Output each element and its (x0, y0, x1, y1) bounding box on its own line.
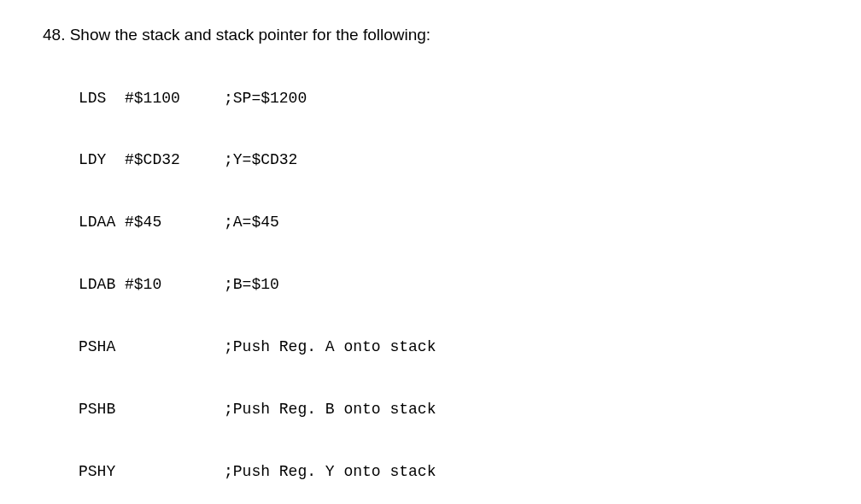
code-line: PSHB ;Push Reg. B onto stack (79, 399, 818, 419)
code-comment: ;B=$10 (224, 274, 279, 295)
code-comment: ;Push Reg. B onto stack (224, 399, 436, 419)
code-instruction: LDAB #$10 (79, 274, 224, 295)
code-line: LDS #$1100 ;SP=$1200 (79, 88, 818, 108)
code-line: LDAA #$45 ;A=$45 (79, 212, 818, 232)
code-comment: ;A=$45 (224, 212, 279, 232)
code-line: PSHA ;Push Reg. A onto stack (79, 337, 818, 357)
code-line: PSHY ;Push Reg. Y onto stack (79, 461, 818, 482)
code-block: LDS #$1100 ;SP=$1200 LDY #$CD32 ;Y=$CD32… (79, 46, 818, 503)
code-comment: ;Push Reg. A onto stack (224, 337, 436, 357)
code-instruction: LDY #$CD32 (79, 149, 224, 170)
code-instruction: PSHY (79, 461, 224, 482)
code-comment: ;SP=$1200 (224, 88, 307, 108)
code-instruction: LDAA #$45 (79, 212, 224, 232)
code-instruction: PSHA (79, 337, 224, 357)
code-instruction: PSHB (79, 399, 224, 419)
code-instruction: LDS #$1100 (79, 88, 224, 108)
code-comment: ;Push Reg. Y onto stack (224, 461, 436, 482)
code-line: LDAB #$10 ;B=$10 (79, 274, 818, 295)
code-comment: ;Y=$CD32 (224, 149, 297, 170)
question-title: 48. Show the stack and stack pointer for… (43, 26, 818, 44)
code-line: LDY #$CD32 ;Y=$CD32 (79, 149, 818, 170)
